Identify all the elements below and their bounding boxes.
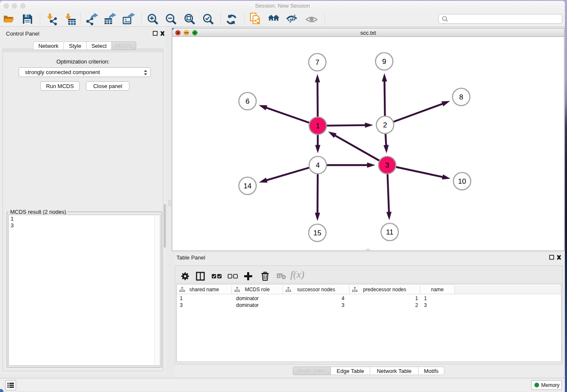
svg-text:3: 3 <box>385 161 389 169</box>
svg-text:14: 14 <box>244 182 252 190</box>
svg-text:7: 7 <box>315 58 319 66</box>
svg-text:4: 4 <box>316 161 319 169</box>
svg-text:1: 1 <box>316 122 319 130</box>
svg-text:6: 6 <box>245 97 249 105</box>
svg-text:8: 8 <box>459 93 463 101</box>
svg-text:15: 15 <box>314 229 322 237</box>
svg-text:11: 11 <box>386 228 394 236</box>
svg-text:9: 9 <box>382 58 386 66</box>
svg-text:2: 2 <box>383 121 387 129</box>
svg-text:10: 10 <box>458 177 466 185</box>
